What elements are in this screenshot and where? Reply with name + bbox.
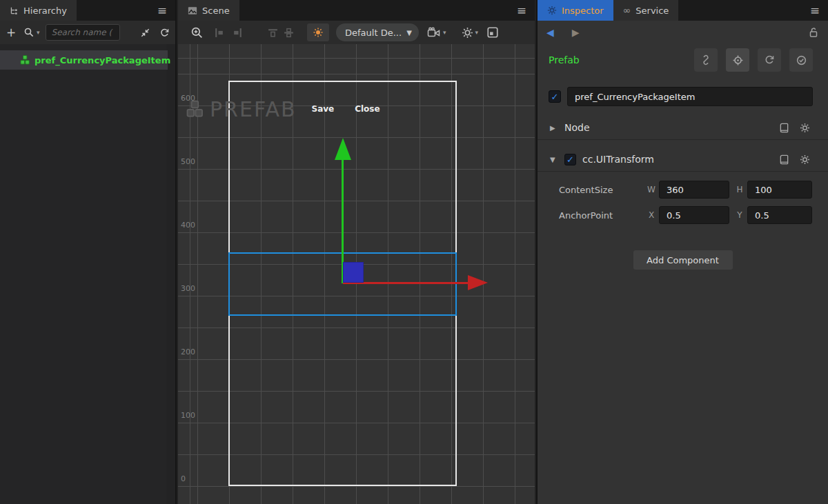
zoom-in-button[interactable]	[190, 26, 204, 39]
node-active-checkbox[interactable]: ✓	[549, 90, 561, 103]
light-bulb-icon	[313, 27, 324, 38]
collapse-all-button[interactable]	[140, 28, 150, 38]
tab-hierarchy[interactable]: Hierarchy	[0, 0, 77, 21]
uitransform-section-title: cc.UITransform	[582, 154, 654, 165]
prefab-asset-row: Prefab	[538, 48, 828, 72]
anchor-y-axis-label: Y	[736, 210, 744, 220]
tab-hierarchy-label: Hierarchy	[23, 6, 67, 16]
uitransform-section-header[interactable]: ▼ ✓ cc.UITransform	[538, 149, 828, 170]
node-name-input[interactable]	[567, 87, 813, 106]
refresh-icon	[159, 28, 170, 38]
tab-scene-label: Scene	[202, 6, 230, 16]
hierarchy-menu-icon[interactable]: ≡	[157, 5, 167, 17]
hierarchy-tabbar-spacer	[77, 0, 149, 21]
camera-settings-button[interactable]: ▾	[427, 27, 446, 38]
prefab-locate-button[interactable]	[726, 48, 749, 72]
uitransform-enabled-checkbox[interactable]: ✓	[564, 154, 576, 165]
uitransform-settings-button[interactable]	[800, 154, 810, 165]
align-right-icon	[232, 27, 244, 39]
add-component-button[interactable]: Add Component	[633, 250, 733, 270]
scene-layout-button[interactable]	[486, 26, 499, 39]
tab-service[interactable]: ∞ Service	[613, 0, 679, 21]
layer-dropdown[interactable]: Default De... ▼	[336, 23, 419, 41]
scene-tabbar: Scene ≡	[178, 0, 535, 21]
add-node-button[interactable]: +	[6, 26, 17, 39]
tab-inspector[interactable]: Inspector	[538, 0, 613, 21]
gizmo-y-axis-arrowhead-icon[interactable]	[335, 138, 351, 160]
scene-canvas[interactable]: 600 500 400 300 200 100 0	[178, 44, 535, 504]
prefab-reset-button[interactable]	[758, 48, 781, 72]
node-docs-button[interactable]	[779, 123, 789, 133]
ruler-label-100: 100	[181, 411, 204, 421]
content-size-height-input[interactable]	[747, 181, 812, 199]
width-axis-label: W	[647, 185, 656, 194]
inspector-lock-button[interactable]	[808, 27, 819, 38]
anchor-point-x-input[interactable]	[659, 206, 729, 224]
collapse-all-icon	[140, 28, 150, 38]
content-size-width-input[interactable]	[659, 181, 729, 199]
ruler-label-300: 300	[181, 284, 204, 294]
prefab-unlink-button[interactable]	[694, 48, 718, 72]
history-forward-button[interactable]: ▶	[572, 27, 580, 38]
inspector-tabbar-spacer	[678, 0, 801, 21]
node-section-icons	[779, 123, 810, 133]
uitransform-gear-icon	[800, 154, 810, 165]
inspector-menu-icon[interactable]: ≡	[810, 5, 820, 17]
add-component-wrap: Add Component	[538, 250, 828, 270]
scene-image-icon	[188, 6, 197, 15]
node-expand-caret-icon[interactable]: ▶	[550, 124, 558, 132]
section-divider	[538, 139, 828, 140]
hierarchy-item-pref-currencypackageitem[interactable]: pref_CurrencyPackageItem	[0, 50, 168, 70]
uitransform-collapse-caret-icon[interactable]: ▼	[550, 156, 558, 163]
align-middle-icon	[283, 27, 295, 39]
align-top-button[interactable]	[267, 27, 279, 39]
prefab-close-button[interactable]: Close	[355, 104, 379, 114]
unlink-icon	[700, 54, 711, 65]
uitransform-section-icons	[779, 154, 810, 165]
history-back-button[interactable]: ◀	[546, 27, 554, 38]
node-section-header[interactable]: ▶ Node	[538, 117, 828, 138]
search-filter-button[interactable]: ▾	[23, 27, 40, 38]
layer-dropdown-caret-icon: ▼	[406, 29, 412, 37]
scene-settings-button[interactable]: ▾	[462, 27, 479, 39]
inspector-nav-row: ◀ ▶	[538, 21, 828, 44]
target-icon	[732, 54, 744, 66]
gizmo-xy-plane-handle[interactable]	[343, 262, 364, 283]
scene-menu-icon[interactable]: ≡	[517, 5, 526, 17]
node-gear-icon	[800, 123, 810, 133]
ruler-label-0: 0	[181, 474, 204, 484]
tab-scene[interactable]: Scene	[178, 0, 239, 21]
hierarchy-tree: pref_CurrencyPackageItem	[0, 44, 175, 504]
hierarchy-tree-icon	[10, 6, 19, 15]
prefab-save-button[interactable]: Save	[312, 104, 335, 114]
ruler-label-400: 400	[181, 221, 204, 230]
align-left-button[interactable]	[213, 27, 225, 39]
gizmo-light-toggle[interactable]	[307, 23, 329, 41]
ruler-label-200: 200	[181, 347, 204, 357]
node-name-row: ✓	[538, 87, 828, 106]
search-input[interactable]	[46, 24, 120, 41]
prefab-edit-bar: PREFAB Save Close	[185, 97, 380, 121]
hierarchy-refresh-button[interactable]	[159, 28, 170, 38]
scene-panel: Scene ≡	[178, 0, 535, 504]
align-middle-button[interactable]	[283, 27, 295, 39]
gizmo-x-axis-arrowhead-icon[interactable]	[468, 275, 488, 290]
camera-caret-icon: ▾	[443, 29, 446, 36]
anchor-point-label: AnchorPoint	[559, 210, 647, 221]
align-right-button[interactable]	[232, 27, 244, 39]
prefab-cubes-icon	[19, 54, 30, 65]
layout-grid-icon	[486, 26, 499, 39]
scene-toolbar: Default De... ▼ ▾ ▾	[178, 21, 535, 44]
ruler-label-500: 500	[181, 157, 204, 167]
content-size-label: ContentSize	[559, 185, 647, 195]
content-size-row: ContentSize W H	[538, 180, 828, 199]
hierarchy-scrollbar-track[interactable]	[166, 44, 175, 504]
prefab-watermark-icon	[185, 99, 204, 119]
check-circle-icon	[796, 54, 807, 66]
uitransform-docs-button[interactable]	[779, 154, 789, 165]
anchor-point-y-input[interactable]	[747, 206, 812, 224]
hierarchy-tabbar: Hierarchy ≡	[0, 0, 175, 21]
node-settings-button[interactable]	[800, 123, 810, 133]
layer-dropdown-value: Default De...	[345, 28, 402, 38]
prefab-apply-button[interactable]	[789, 48, 813, 72]
